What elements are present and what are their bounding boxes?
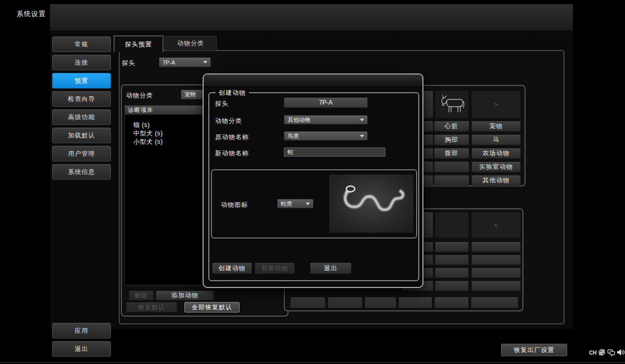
dialog-icon-label: 动物图标 <box>221 200 248 209</box>
displays-icon <box>607 348 615 356</box>
slot-button[interactable] <box>435 281 469 291</box>
slot-button[interactable] <box>398 297 432 308</box>
window-titlebar <box>50 4 573 31</box>
page-title: 系统设置 <box>17 9 46 19</box>
slot-button[interactable] <box>434 297 469 308</box>
dialog-titlebar[interactable] <box>204 74 422 87</box>
dialog-icon-select[interactable]: 蛇类 <box>277 199 314 208</box>
slot-button[interactable] <box>290 297 326 308</box>
dialog-legend: 创建动物 <box>216 89 249 97</box>
sidebar-item-general[interactable]: 常规 <box>52 36 111 52</box>
probe-select[interactable]: 7P-A <box>159 57 211 67</box>
category-button-other[interactable]: 其他动物 <box>471 175 521 186</box>
create-animal-button[interactable]: 创建动物 <box>212 262 252 274</box>
sidebar-item-sys-info[interactable]: 系统信息 <box>52 164 111 180</box>
exam-button-chest[interactable]: 胸部 <box>434 134 469 145</box>
probe-select-value: 7P-A <box>162 59 175 66</box>
slot-button[interactable] <box>471 255 521 265</box>
slot-button[interactable] <box>471 281 521 291</box>
sidebar-item-load-default[interactable]: 加载默认 <box>52 128 111 143</box>
snake-icon <box>332 178 410 230</box>
category-button-pet[interactable]: 宠物 <box>471 121 521 132</box>
chevron-down-icon <box>360 135 364 137</box>
category-select-value: 宠物 <box>184 91 196 98</box>
language-indicator: CH <box>589 350 596 356</box>
speaker-icon <box>617 348 624 356</box>
animal-image-button-empty[interactable] <box>435 212 469 238</box>
factory-reset-button[interactable]: 恢复出厂设置 <box>501 344 567 356</box>
animal-icon-fieldset: 动物图标 蛇类 <box>211 169 417 239</box>
dialog-icon-value: 蛇类 <box>281 200 292 208</box>
tab-animal-category[interactable]: 动物分类 <box>165 36 217 51</box>
exam-button-heart[interactable]: 心脏 <box>434 121 469 132</box>
animal-image-button[interactable] <box>435 91 469 118</box>
dialog-orig-name-value: 鸟类 <box>288 132 299 140</box>
exit-button[interactable]: 退出 <box>52 341 111 357</box>
slot-button[interactable] <box>435 255 469 265</box>
dialog-exit-button[interactable]: 退出 <box>310 262 352 274</box>
chevron-down-icon <box>306 203 310 205</box>
chevron-left-icon: < <box>494 221 498 229</box>
chevron-down-icon <box>203 61 207 64</box>
cow-icon <box>438 93 467 116</box>
category-label: 动物分类 <box>126 91 153 100</box>
tab-probe-preset[interactable]: 探头预置 <box>114 35 164 52</box>
sidebar-item-user-mgmt[interactable]: 用户管理 <box>52 146 111 161</box>
category-button-horse[interactable]: 马 <box>471 134 521 145</box>
slot-button[interactable] <box>435 242 469 252</box>
slot-button[interactable] <box>471 242 521 252</box>
restore-default-button[interactable]: 恢复默认 <box>126 302 177 312</box>
dialog-probe-label: 探头 <box>215 99 229 108</box>
dialog-orig-name-select[interactable]: 鸟类 <box>284 131 368 141</box>
restore-all-default-button[interactable]: 全部恢复默认 <box>184 302 240 312</box>
slot-button[interactable] <box>471 297 518 308</box>
slot-button[interactable] <box>471 268 521 278</box>
add-animal-button[interactable]: 添加动物 <box>156 291 214 300</box>
animal-icon-preview <box>329 174 414 233</box>
next-page-button[interactable]: > <box>471 91 521 118</box>
category-button-farm[interactable]: 农场动物 <box>471 148 521 159</box>
apply-button[interactable]: 应用 <box>52 323 111 338</box>
sidebar-item-exam-wizard[interactable]: 检查向导 <box>52 91 111 107</box>
chevron-down-icon <box>360 119 364 121</box>
dialog-new-name-label: 新动物名称 <box>215 149 249 158</box>
exam-button-empty[interactable] <box>434 161 469 172</box>
dialog-category-label: 动物分类 <box>215 117 242 125</box>
slot-button[interactable] <box>365 297 396 308</box>
slot-button[interactable] <box>328 297 362 308</box>
dialog-probe-value: 7P-A <box>284 97 368 108</box>
sidebar-item-preset[interactable]: 预置 <box>52 73 111 89</box>
prev-page-button[interactable]: < <box>471 212 521 238</box>
sidebar-item-advanced[interactable]: 高级功能 <box>52 109 111 125</box>
exam-button-empty[interactable] <box>434 175 469 186</box>
screen-bottom-divider <box>0 362 625 363</box>
exam-button-abdomen[interactable]: 腹部 <box>434 148 469 159</box>
dialog-category-value: 其他动物 <box>288 116 310 124</box>
dialog-category-select[interactable]: 其他动物 <box>284 115 368 124</box>
category-button-lab[interactable]: 实验室动物 <box>471 161 521 172</box>
probe-label: 探头 <box>122 59 135 68</box>
delete-animal-button[interactable]: 删除 <box>129 291 154 300</box>
create-animal-dialog: 创建动物 探头 7P-A 动物分类 其他动物 原动物名称 鸟类 新动物名称 蛇 … <box>203 73 423 288</box>
chevron-right-icon: > <box>494 101 498 108</box>
slot-button[interactable] <box>435 268 469 278</box>
replace-animal-button[interactable]: 替换动物 <box>255 262 295 274</box>
sidebar-item-connect[interactable]: 连接 <box>52 55 111 70</box>
dialog-new-name-input[interactable]: 蛇 <box>284 147 385 157</box>
dialog-orig-name-label: 原动物名称 <box>215 133 249 142</box>
network-icon <box>598 348 606 356</box>
